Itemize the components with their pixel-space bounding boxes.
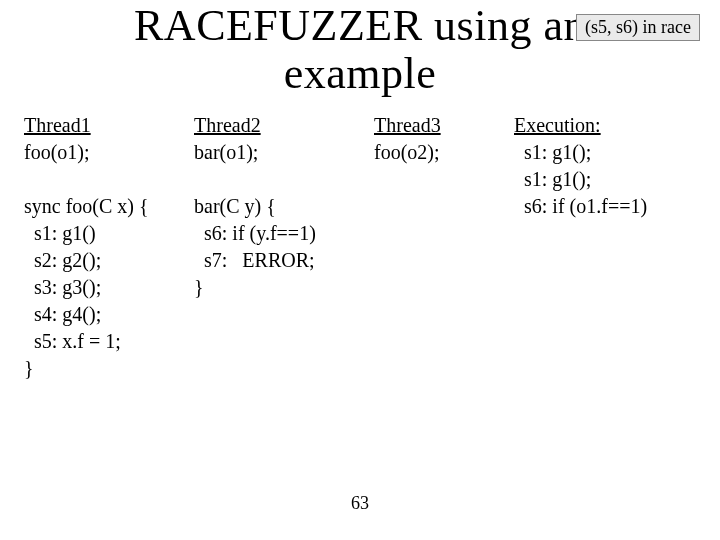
exec-line-2: s1: g1();	[514, 168, 591, 190]
title-line-2: example	[284, 49, 437, 98]
bar-close: }	[194, 276, 204, 298]
foo-line-s3: s3: g3();	[24, 276, 101, 298]
execution-column: Execution: s1: g1(); s1: g1(); s6: if (o…	[514, 112, 700, 382]
exec-line-1: s1: g1();	[514, 141, 591, 163]
slide: RACEFUZZER using an example (s5, s6) in …	[0, 0, 720, 540]
page-number: 63	[0, 493, 720, 514]
foo-line-s1: s1: g1()	[24, 222, 96, 244]
foo-line-s2: s2: g2();	[24, 249, 101, 271]
bar-line-s6: s6: if (y.f==1)	[194, 222, 316, 244]
thread2-call: bar(o1);	[194, 141, 258, 163]
exec-line-3: s6: if (o1.f==1)	[514, 195, 647, 217]
execution-heading: Execution:	[514, 114, 601, 136]
thread3-column: Thread3 foo(o2);	[374, 112, 514, 382]
foo-line-s4: s4: g4();	[24, 303, 101, 325]
thread3-heading: Thread3	[374, 114, 441, 136]
title-line-1: RACEFUZZER using an	[134, 1, 586, 50]
thread1-call: foo(o1);	[24, 141, 90, 163]
thread2-heading: Thread2	[194, 114, 261, 136]
foo-signature: sync foo(C x) {	[24, 195, 149, 217]
bar-signature: bar(C y) {	[194, 195, 276, 217]
thread1-heading: Thread1	[24, 114, 91, 136]
thread3-call: foo(o2);	[374, 141, 440, 163]
thread1-column: Thread1 foo(o1); sync foo(C x) { s1: g1(…	[24, 112, 194, 382]
race-badge: (s5, s6) in race	[576, 14, 700, 41]
thread2-column: Thread2 bar(o1); bar(C y) { s6: if (y.f=…	[194, 112, 374, 382]
foo-line-s5: s5: x.f = 1;	[24, 330, 121, 352]
foo-close: }	[24, 357, 34, 379]
content-columns: Thread1 foo(o1); sync foo(C x) { s1: g1(…	[24, 112, 700, 382]
bar-line-s7: s7: ERROR;	[194, 249, 315, 271]
